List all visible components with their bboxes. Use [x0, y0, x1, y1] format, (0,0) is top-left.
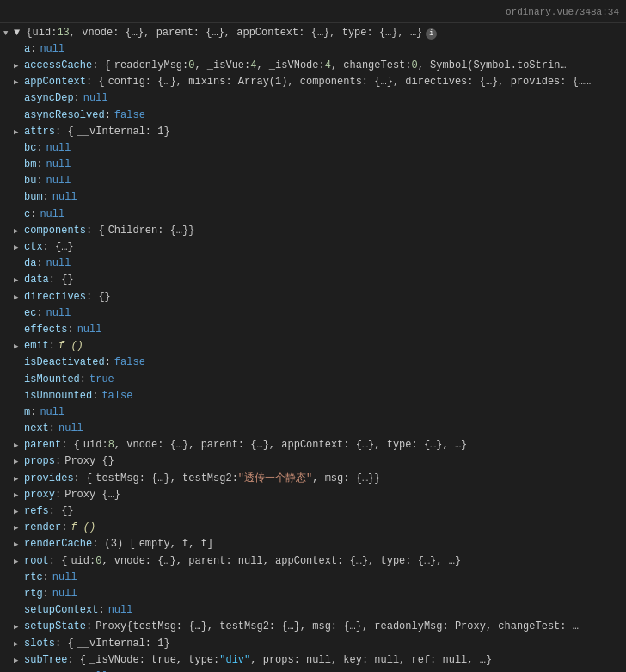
toggle-collapsed[interactable] [14, 652, 24, 669]
tree-line: rtc: null [0, 570, 626, 586]
tree-line: slots: {__vInternal: 1} [0, 636, 626, 652]
tree-line: ec: null [0, 305, 626, 322]
key-plain-span: , vnode: {…}, parent: {…}, appContext: {… [114, 437, 467, 453]
colon-span: : [49, 421, 55, 437]
key-plain-span: ▼ {uid: [14, 25, 57, 41]
toggle-collapsed[interactable] [14, 536, 24, 552]
toggle-empty [14, 669, 24, 672]
colon-span: : [49, 338, 55, 354]
header-text: ordinary.Vue7348a:34 [506, 5, 619, 21]
key-span: effects [24, 322, 67, 338]
toggle-empty [14, 41, 24, 58]
key-span: rtc [24, 570, 43, 586]
key-span: bum [24, 189, 43, 206]
toggle-collapsed[interactable] [14, 338, 24, 354]
toggle-empty [14, 256, 24, 272]
toggle-collapsed[interactable] [14, 58, 24, 74]
toggle-empty [14, 189, 24, 206]
val-false-span: false [101, 388, 132, 404]
key-span: ctx [24, 239, 43, 256]
toggle-collapsed[interactable] [14, 503, 24, 520]
toggle-collapsed[interactable] [14, 619, 24, 635]
colon-span: : [61, 520, 67, 536]
tree-line: bum: null [0, 189, 626, 206]
key-plain-span: testMsg: {…}, testMsg2: [95, 471, 238, 487]
tree-line: m: null [0, 404, 626, 421]
colon-span: : [30, 404, 36, 421]
key-plain-span: __vInternal: 1} [77, 124, 170, 140]
toggle-collapsed[interactable] [14, 636, 24, 652]
key-span: props [24, 453, 55, 470]
toggle-collapsed[interactable] [14, 471, 24, 487]
info-icon[interactable]: i [426, 28, 437, 40]
colon-span: : [36, 173, 42, 189]
val-func-span: f () [58, 338, 83, 354]
toggle-collapsed[interactable] [14, 74, 24, 90]
val-null-span: null [52, 189, 77, 206]
toggle-empty [14, 108, 24, 124]
tree-line: asyncDep: null [0, 90, 626, 107]
key-span: a [24, 41, 30, 58]
toggle-expanded[interactable] [3, 25, 14, 41]
colon-span: : { [86, 223, 105, 239]
toggle-collapsed[interactable] [14, 239, 24, 256]
toggle-collapsed[interactable] [14, 453, 24, 470]
val-null-span: null [58, 421, 83, 437]
toggle-empty [14, 207, 24, 223]
colon-span: : {} [49, 272, 74, 288]
val-number-span: 8 [108, 437, 114, 453]
key-span: asyncDep [24, 90, 74, 107]
toggle-collapsed[interactable] [14, 520, 24, 536]
val-proxy-span: Proxy {} [64, 453, 114, 470]
colon-span: : { [49, 553, 68, 570]
colon-span: : { [55, 124, 74, 140]
colon-span: : [105, 108, 111, 124]
val-null-span: null [77, 322, 102, 338]
colon-span: : [74, 90, 80, 107]
tree-line: parent: {uid: 8, vnode: {…}, parent: {…}… [0, 437, 626, 453]
key-plain-span: uid: [83, 437, 108, 453]
colon-span: : { [61, 437, 80, 453]
key-span: parent [24, 437, 61, 453]
toggle-empty [14, 586, 24, 602]
toggle-collapsed[interactable] [14, 223, 24, 239]
val-proxy-span: Proxy [95, 619, 126, 635]
key-span: da [24, 256, 36, 272]
val-null-span: null [40, 41, 64, 58]
key-plain-span: , props: null, key: null, ref: null, …} [250, 652, 492, 669]
toggle-empty [14, 140, 24, 157]
colon-span: : [67, 322, 73, 338]
key-span: root [24, 553, 49, 570]
key-plain-span: , changeTest: [331, 58, 412, 74]
tree-line: attrs: {__vInternal: 1} [0, 124, 626, 140]
toggle-collapsed[interactable] [14, 553, 24, 570]
colon-span: : { [55, 636, 74, 652]
toggle-collapsed[interactable] [14, 272, 24, 288]
tree-line: da: null [0, 256, 626, 272]
colon-span: : { [74, 471, 93, 487]
colon-span: : [86, 619, 92, 635]
toggle-empty [14, 305, 24, 322]
colon-span: : [30, 41, 36, 58]
toggle-collapsed[interactable] [14, 487, 24, 503]
tree-line: root: {uid: 0, vnode: {…}, parent: null,… [0, 553, 626, 570]
colon-span: : [43, 189, 49, 206]
key-plain-span: {testMsg: {…}, testMsg2: {…}, msg: {…}, … [126, 619, 579, 635]
tree-line: refs: {} [0, 503, 626, 520]
key-span: slots [24, 636, 55, 652]
key-span: renderCache [24, 536, 92, 552]
tree-line: data: {} [0, 272, 626, 288]
key-span: suspense [24, 669, 74, 672]
toggle-collapsed[interactable] [14, 437, 24, 453]
key-plain-span: uid: [71, 553, 95, 570]
key-span: provides [24, 471, 74, 487]
toggle-collapsed[interactable] [14, 289, 24, 305]
toggle-collapsed[interactable] [14, 124, 24, 140]
tree-line: components: {Children: {…}} [0, 223, 626, 239]
toggle-empty [14, 173, 24, 189]
colon-span: : (3) [ [92, 536, 135, 552]
val-true-span: true [89, 372, 114, 388]
colon-span: : [36, 305, 42, 322]
key-span: isDeactivated [24, 354, 105, 371]
key-span: data [24, 272, 49, 288]
